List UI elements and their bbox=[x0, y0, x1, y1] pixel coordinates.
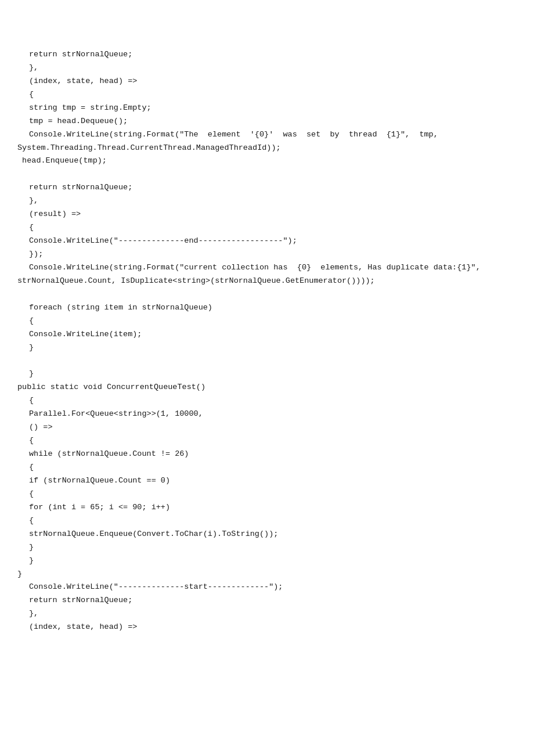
code-line: }, bbox=[17, 62, 517, 75]
code-line: Console.WriteLine("--------------start--… bbox=[17, 581, 517, 594]
code-line: { bbox=[17, 394, 517, 408]
code-line: { bbox=[17, 434, 517, 448]
code-line: tmp = head.Dequeue(); bbox=[17, 115, 517, 128]
code-line: { bbox=[17, 88, 517, 102]
code-line: } bbox=[17, 568, 517, 581]
code-line: Parallel.For<Queue<string>>(1, 10000, bbox=[17, 408, 517, 421]
code-line: strNornalQueue.Enqueue(Convert.ToChar(i)… bbox=[17, 528, 517, 541]
code-line bbox=[17, 355, 517, 368]
code-line bbox=[17, 168, 517, 181]
code-line: Console.WriteLine(string.Format("current… bbox=[17, 261, 517, 275]
code-line: } bbox=[17, 341, 517, 355]
code-line: (result) => bbox=[17, 208, 517, 221]
code-line: (index, state, head) => bbox=[17, 621, 517, 634]
code-line: } bbox=[17, 368, 517, 381]
code-block: return strNornalQueue;},(index, state, h… bbox=[0, 35, 534, 634]
code-line: { bbox=[17, 488, 517, 501]
code-line bbox=[17, 288, 517, 301]
code-line: public static void ConcurrentQueueTest() bbox=[17, 381, 517, 394]
code-line: } bbox=[17, 541, 517, 555]
code-line: }, bbox=[17, 607, 517, 621]
code-line: } bbox=[17, 555, 517, 568]
code-line: Console.WriteLine(string.Format("The ele… bbox=[17, 128, 517, 142]
code-line: { bbox=[17, 461, 517, 474]
code-line: }, bbox=[17, 195, 517, 208]
code-line: (index, state, head) => bbox=[17, 75, 517, 88]
code-line: while (strNornalQueue.Count != 26) bbox=[17, 448, 517, 461]
code-line: return strNornalQueue; bbox=[17, 594, 517, 607]
code-line: head.Enqueue(tmp); bbox=[17, 154, 517, 168]
code-line: foreach (string item in strNornalQueue) bbox=[17, 301, 517, 315]
code-line: { bbox=[17, 315, 517, 328]
code-line: return strNornalQueue; bbox=[17, 48, 517, 62]
code-line: () => bbox=[17, 421, 517, 434]
code-line: if (strNornalQueue.Count == 0) bbox=[17, 474, 517, 488]
code-line: strNornalQueue.Count, IsDuplicate<string… bbox=[17, 275, 517, 288]
code-line: Console.WriteLine(item); bbox=[17, 328, 517, 341]
code-line: { bbox=[17, 221, 517, 235]
code-line: return strNornalQueue; bbox=[17, 181, 517, 195]
code-line: System.Threading.Thread.CurrentThread.Ma… bbox=[17, 142, 517, 155]
code-line: for (int i = 65; i <= 90; i++) bbox=[17, 501, 517, 514]
code-line: }); bbox=[17, 248, 517, 261]
code-line: { bbox=[17, 514, 517, 528]
code-line: string tmp = string.Empty; bbox=[17, 102, 517, 115]
code-line: Console.WriteLine("--------------end----… bbox=[17, 235, 517, 248]
